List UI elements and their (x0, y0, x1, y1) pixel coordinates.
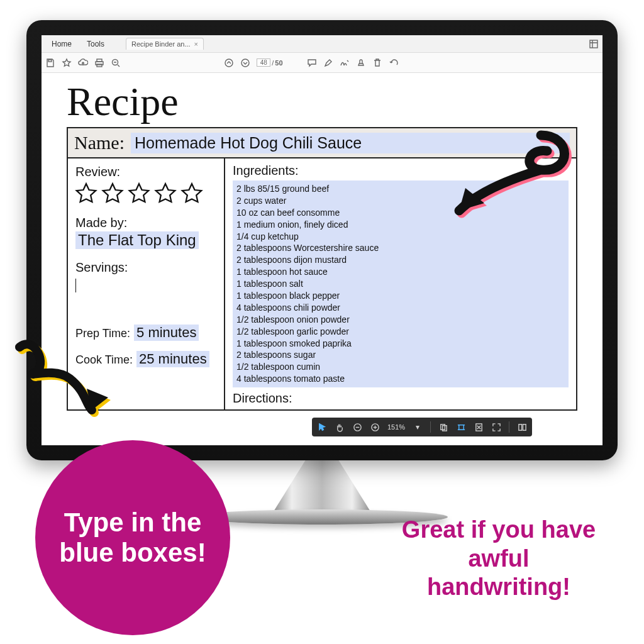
read-mode-icon[interactable] (517, 422, 527, 432)
prep-field[interactable]: 5 minutes (134, 325, 199, 341)
promo-circle: Type in the blue boxes! (35, 440, 230, 635)
save-icon[interactable] (45, 58, 55, 68)
page-total: 50 (275, 59, 282, 67)
cook-field[interactable]: 25 minutes (136, 351, 209, 367)
tabbar: Recipe Binder an... × (126, 35, 204, 52)
star-icon[interactable] (126, 180, 152, 207)
star-icon[interactable] (62, 58, 72, 68)
promo-tagline: Great if you have awful handwriting! (395, 516, 602, 602)
sign-icon[interactable] (340, 58, 350, 68)
svg-rect-1 (48, 60, 52, 62)
svg-point-7 (242, 59, 249, 67)
hand-tool-icon[interactable] (335, 422, 345, 432)
menu-tools[interactable]: Tools (80, 40, 111, 48)
stamp-icon[interactable] (356, 58, 366, 68)
page-title: Recipe (67, 82, 577, 122)
toolbar-left (45, 58, 121, 68)
close-tab-icon[interactable]: × (194, 40, 198, 48)
fullscreen-icon[interactable] (491, 422, 501, 432)
fit-width-icon[interactable] (456, 422, 466, 432)
annotation-arrow-left (10, 328, 136, 435)
comment-icon[interactable] (307, 58, 317, 68)
menu-home[interactable]: Home (45, 40, 78, 48)
servings-label: Servings: (75, 260, 216, 275)
menubar: Home Tools Recipe Binder an... × (42, 35, 602, 53)
annotation-arrow-right (434, 123, 585, 230)
highlight-icon[interactable] (323, 58, 333, 68)
trash-icon[interactable] (372, 58, 382, 68)
page-up-icon[interactable] (224, 58, 234, 68)
svg-rect-4 (97, 64, 102, 67)
pointer-tool-icon[interactable] (317, 422, 327, 432)
page-sep: / (272, 59, 274, 67)
svg-point-6 (225, 59, 233, 67)
svg-rect-0 (590, 40, 597, 48)
print-icon[interactable] (94, 58, 104, 68)
name-label: Name: (74, 132, 125, 153)
copy-page-icon[interactable] (438, 422, 448, 432)
chevron-down-icon[interactable]: ▾ (413, 422, 423, 432)
page-down-icon[interactable] (240, 58, 250, 68)
view-toolbar: 151% ▾ (312, 418, 532, 436)
toolbar: 48 / 50 (42, 53, 602, 73)
servings-field[interactable] (75, 276, 216, 296)
madeby-field[interactable]: The Flat Top King (75, 231, 199, 249)
page-current[interactable]: 48 (257, 58, 270, 67)
star-icon[interactable] (99, 180, 126, 207)
fit-page-icon[interactable] (474, 422, 484, 432)
undo-icon[interactable] (389, 58, 399, 68)
star-icon[interactable] (73, 180, 99, 207)
review-label: Review: (75, 165, 216, 179)
document-tab[interactable]: Recipe Binder an... × (126, 38, 204, 50)
expand-icon[interactable] (589, 39, 599, 49)
star-icon[interactable] (152, 180, 179, 207)
madeby-label: Made by: (75, 216, 216, 230)
toolbar-center: 48 / 50 (224, 58, 398, 68)
zoom-in-view-icon[interactable] (370, 422, 380, 432)
text-cursor (75, 279, 76, 292)
zoom-out-icon[interactable] (111, 58, 121, 68)
star-icon[interactable] (179, 180, 205, 207)
cloud-upload-icon[interactable] (78, 58, 88, 68)
monitor-stand (272, 458, 372, 514)
page-indicator: 48 / 50 (257, 58, 282, 67)
document-tab-label: Recipe Binder an... (131, 40, 191, 48)
zoom-out-view-icon[interactable] (352, 422, 362, 432)
promo-circle-text: Type in the blue boxes! (48, 508, 218, 569)
directions-label: Directions: (233, 391, 569, 406)
zoom-value[interactable]: 151% (387, 423, 405, 431)
star-rating[interactable] (73, 180, 216, 207)
